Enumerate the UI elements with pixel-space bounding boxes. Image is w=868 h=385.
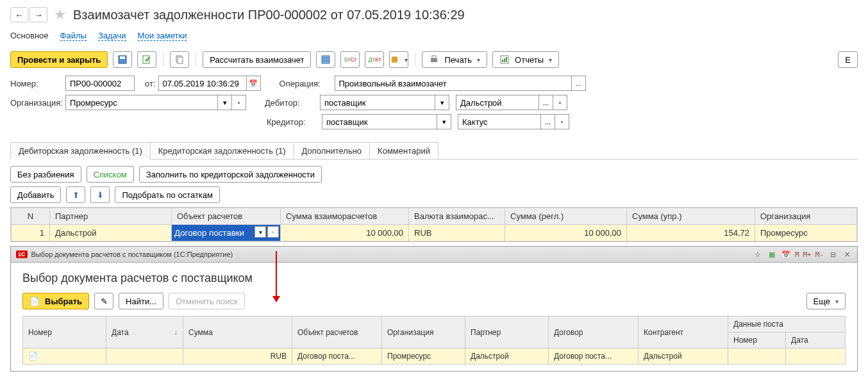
debtor-input[interactable] [456, 95, 539, 110]
col-n[interactable]: N [12, 208, 50, 225]
post-close-button[interactable]: Провести и закрыть [10, 51, 108, 68]
move-up-button[interactable]: ⬆ [66, 186, 85, 203]
debtor-label: Дебитор: [265, 98, 317, 108]
dcol-partner[interactable]: Партнер [465, 316, 549, 348]
back-button[interactable]: ← [10, 7, 28, 22]
col-sum-upr[interactable]: Сумма (упр.) [627, 208, 755, 225]
svg-rect-14 [506, 57, 507, 62]
link-main[interactable]: Основное [10, 31, 49, 41]
tab-extra[interactable]: Дополнительно [294, 142, 371, 159]
cell-open[interactable]: ▫ [267, 226, 279, 238]
col-partner[interactable]: Партнер [50, 208, 172, 225]
add-button[interactable]: Добавить [10, 186, 61, 203]
col-object[interactable]: Объект расчетов [172, 208, 281, 225]
tab-comment[interactable]: Комментарий [369, 142, 438, 159]
post-button[interactable] [137, 51, 156, 68]
dcol-counterparty[interactable]: Контрагент [638, 316, 728, 348]
forward-button[interactable]: → [29, 7, 47, 22]
close-icon[interactable]: ✕ [842, 249, 852, 259]
svg-rect-10 [432, 56, 436, 58]
dcol-sub-num[interactable]: Номер [728, 332, 786, 348]
cell-dropdown[interactable]: ▾ [255, 226, 266, 238]
select-button[interactable]: 📄Выбрать [22, 293, 89, 309]
debtor-picker[interactable]: ... [539, 95, 553, 110]
number-input[interactable] [65, 76, 135, 91]
edit-icon[interactable]: ✎ [94, 293, 113, 309]
number-label: Номер: [10, 79, 63, 88]
creditor-picker[interactable]: ... [541, 114, 555, 129]
doc-icon: 📄 [28, 352, 38, 361]
dtkt-button[interactable]: ДтКт [365, 51, 384, 68]
col-currency[interactable]: Валюта взаиморас... [409, 208, 505, 225]
minimize-icon[interactable]: ⊟ [828, 249, 838, 259]
svg-rect-13 [504, 58, 505, 62]
link-tasks[interactable]: Задачи [98, 31, 126, 41]
dcol-contract[interactable]: Договор [549, 316, 638, 348]
dcol-sum[interactable]: Сумма [183, 316, 292, 348]
table-row[interactable]: 1 Дальстрой ▾ ▫ 10 000,00 RUB 10 000,00 … [12, 225, 857, 242]
cancel-find-button: Отменить поиск [169, 293, 245, 309]
debtor-type-input[interactable] [320, 95, 435, 110]
col-sum-regl[interactable]: Сумма (регл.) [505, 208, 627, 225]
calc-icon[interactable]: 📅 [781, 249, 791, 259]
more-button[interactable]: Е [838, 51, 858, 68]
list-button[interactable]: Списком [87, 166, 134, 183]
more-button-dialog[interactable]: Еще [806, 293, 846, 309]
tab-creditor[interactable]: Кредиторская задолженность (1) [150, 142, 294, 159]
dcol-num[interactable]: Номер [23, 316, 106, 348]
pick-button[interactable]: Подобрать по остаткам [115, 186, 220, 203]
m-button[interactable]: M [795, 250, 799, 259]
app-logo-icon: 1C [16, 250, 28, 258]
creditor-type-input[interactable] [322, 114, 437, 129]
main-table: N Партнер Объект расчетов Сумма взаимора… [11, 208, 857, 242]
dialog-row[interactable]: 📄 RUB Договор поста... Промресурс Дальст… [23, 348, 846, 365]
debtor-open[interactable]: ▫ [553, 95, 567, 110]
settings-dropdown[interactable] [389, 51, 408, 68]
col-org[interactable]: Организация [755, 208, 857, 225]
no-split-button[interactable]: Без разбиения [10, 166, 81, 183]
org-label: Организация: [10, 98, 63, 108]
calendar-icon[interactable]: ▦ [767, 249, 777, 259]
svg-rect-1 [120, 56, 125, 59]
save-button[interactable] [113, 51, 132, 68]
operation-label: Операция: [280, 79, 332, 88]
calendar-icon[interactable]: 📅 [247, 76, 261, 91]
svg-rect-9 [431, 58, 437, 62]
tab-debtor[interactable]: Дебиторская задолженность (1) [10, 142, 151, 160]
print-button[interactable]: Печать [422, 51, 487, 68]
link-files[interactable]: Файлы [60, 31, 87, 41]
link-notes[interactable]: Мои заметки [138, 31, 187, 41]
date-input[interactable] [158, 76, 247, 91]
calc-button[interactable]: Рассчитать взаимозачет [203, 51, 311, 68]
m-minus-button[interactable]: M- [815, 250, 824, 259]
object-cell-editing[interactable]: ▾ ▫ [172, 225, 281, 242]
dcol-data[interactable]: Данные поста [728, 316, 846, 332]
reports-button[interactable]: Отчеты [492, 51, 559, 68]
m-plus-button[interactable]: M+ [803, 250, 812, 259]
debtor-type-dropdown[interactable]: ▾ [435, 95, 449, 110]
favorite-star-icon[interactable]: ★ [54, 6, 67, 23]
creditor-input[interactable] [458, 114, 541, 129]
fav-icon[interactable]: ☆ [753, 249, 763, 259]
move-down-button[interactable]: ⬇ [90, 186, 110, 203]
dcol-sub-date[interactable]: Дата [786, 332, 846, 348]
fill-button[interactable]: Заполнить по кредиторской задолженности [139, 166, 322, 183]
dcol-obj[interactable]: Объект расчетов [292, 316, 382, 348]
org-input[interactable] [65, 95, 218, 110]
creditor-open[interactable]: ▫ [555, 114, 569, 129]
operation-input[interactable] [335, 76, 572, 91]
structure-button[interactable] [316, 51, 335, 68]
dcol-date[interactable]: Дата ↓ [106, 316, 183, 348]
org-dropdown[interactable]: ▾ [218, 95, 232, 110]
col-sum-settle[interactable]: Сумма взаиморасчетов [281, 208, 409, 225]
dcol-org[interactable]: Организация [382, 316, 465, 348]
org-open[interactable]: ▫ [232, 95, 246, 110]
dtcr-button[interactable]: DrCr [340, 51, 360, 68]
operation-picker[interactable]: ... [572, 76, 586, 91]
svg-rect-8 [392, 56, 397, 62]
find-button[interactable]: Найти... [119, 293, 163, 309]
create-based-button[interactable] [170, 51, 189, 68]
svg-rect-12 [502, 60, 503, 62]
creditor-type-dropdown[interactable]: ▾ [437, 114, 451, 129]
dialog-titlebar-text: Выбор документа расчетов с поставщиком (… [31, 250, 233, 258]
